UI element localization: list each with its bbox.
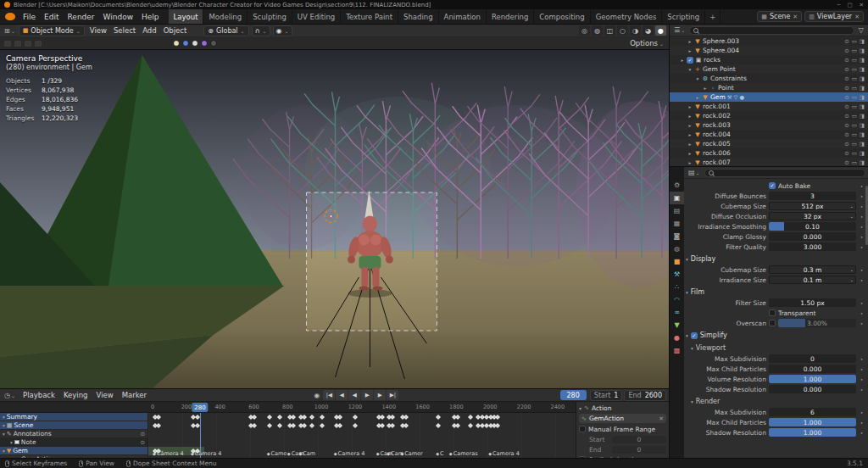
auto-keying-toggle[interactable]: ◉ xyxy=(312,392,321,399)
viewlayer-unlink-icon[interactable]: ✕ xyxy=(854,14,860,20)
disclosure-icon[interactable]: ▸ xyxy=(680,58,685,63)
properties-tab-texture[interactable]: ▩ xyxy=(670,344,684,357)
disable-in-render-icon[interactable]: ◨ xyxy=(860,38,865,45)
keyframe-diamond[interactable] xyxy=(195,423,200,428)
channel-annotations[interactable]: ▾✎Annotations⊙ xyxy=(0,430,147,438)
viewport-menu-view[interactable]: View xyxy=(86,26,110,35)
next-keyframe-button[interactable]: ▶ xyxy=(374,390,386,400)
channel-note[interactable]: ▾Note⊙ xyxy=(0,438,147,447)
shadow-resolution-field[interactable]: 0.000 xyxy=(769,385,856,393)
keyframe-dot-icon[interactable]: • xyxy=(859,366,865,372)
timeline-menu-keying[interactable]: Keying xyxy=(59,391,92,399)
jump-to-start-button[interactable]: |◀ xyxy=(323,390,335,400)
outliner-item-rocks[interactable]: ▸✓▣rocks⊙▭◨ xyxy=(670,55,868,64)
irradiance-size-field[interactable]: 0.1 m⌄ xyxy=(769,276,856,284)
properties-tab-scene[interactable]: ◙ xyxy=(670,230,684,242)
viewport-menu-select[interactable]: Select xyxy=(110,26,139,35)
properties-tab-constraints[interactable]: ∞ xyxy=(670,306,684,319)
maximize-button[interactable]: □ xyxy=(847,2,852,8)
max-child-particles-field[interactable]: 1.000 xyxy=(769,418,856,426)
keyframe-dot-icon[interactable]: • xyxy=(859,310,865,316)
disable-in-viewport-icon[interactable]: ▭ xyxy=(852,66,857,73)
transform-orientation[interactable]: ⊕ Global ⌄ xyxy=(203,25,248,36)
editor-type-icon[interactable]: ▤⌄ xyxy=(687,169,702,176)
keyframe-diamond[interactable] xyxy=(156,415,161,420)
volume-resolution-field[interactable]: 1.000 xyxy=(769,375,856,383)
keyframe-dot-icon[interactable]: • xyxy=(859,376,865,382)
cubemap-size-field[interactable]: 0.3 m⌄ xyxy=(769,265,856,274)
clamp-glossy-field[interactable]: 0.000 xyxy=(769,232,856,241)
playhead-line[interactable] xyxy=(200,413,201,458)
disable-in-render-icon[interactable]: ◨ xyxy=(860,103,865,110)
disable-in-viewport-icon[interactable]: ▭ xyxy=(852,150,857,157)
outliner-item-rock-005[interactable]: ▸▼rock.005⊙▭◨ xyxy=(670,139,868,148)
disclosure-icon[interactable]: ▸ xyxy=(687,132,693,137)
outliner-item-constraints[interactable]: ▾⚙Constraints⊙▭◨ xyxy=(670,74,868,83)
keyframe-diamond[interactable] xyxy=(252,423,257,428)
keyframe-diamond[interactable] xyxy=(468,423,473,428)
disclosure-icon[interactable]: ▾ xyxy=(3,423,5,428)
disable-in-render-icon[interactable]: ◨ xyxy=(860,47,865,54)
keyframe-dot-icon[interactable]: • xyxy=(859,193,865,199)
properties-tab-material[interactable]: ● xyxy=(670,332,684,344)
disclosure-icon[interactable]: ▸ xyxy=(687,151,693,156)
scene-selector[interactable]: ▦ Scene ✕ xyxy=(757,11,802,22)
keyframe-diamond[interactable] xyxy=(456,423,461,428)
properties-tab-object[interactable]: ■ xyxy=(670,255,684,268)
current-frame-field[interactable]: 280 xyxy=(560,390,587,400)
workspace-tab-animation[interactable]: Animation xyxy=(439,9,487,24)
channel-scene[interactable]: ▾▦Scene xyxy=(0,421,147,430)
properties-tab-physics[interactable]: ◠ xyxy=(670,293,684,306)
hide-icon[interactable]: ⊙ xyxy=(844,47,849,54)
keyframe-diamond[interactable] xyxy=(291,415,296,420)
play-reverse-button[interactable]: ◀ xyxy=(348,390,360,400)
action-end-value[interactable]: 0 xyxy=(612,446,666,454)
workspace-tab-uv-editing[interactable]: UV Editing xyxy=(292,9,341,24)
keyframe-diamond[interactable] xyxy=(353,415,359,420)
tool-color-dot[interactable] xyxy=(192,40,198,47)
keyframe-dot-icon[interactable]: • xyxy=(859,267,865,273)
hide-icon[interactable]: ⊙ xyxy=(844,85,849,92)
keyframe-diamond[interactable] xyxy=(309,415,314,420)
keyframe-diamond[interactable] xyxy=(309,423,314,428)
panel-viewport[interactable]: ▾Viewport xyxy=(686,343,865,354)
show-gizmo-icon[interactable]: ◎ xyxy=(579,25,590,36)
panel-film[interactable]: ▾Film xyxy=(686,287,865,298)
disclosure-icon[interactable]: ▾ xyxy=(687,67,693,72)
disclosure-icon[interactable]: ▸ xyxy=(703,86,708,91)
keyframe-diamond[interactable] xyxy=(267,415,272,420)
properties-tab-modifiers[interactable]: ⚒ xyxy=(670,268,684,281)
disable-in-viewport-icon[interactable]: ▭ xyxy=(852,131,857,138)
timeline-menu-marker[interactable]: Marker xyxy=(118,391,151,399)
irradiance-smoothing-field[interactable]: 0.10 xyxy=(769,222,856,231)
disable-in-viewport-icon[interactable]: ▭ xyxy=(852,94,857,101)
outliner-item-rock-004[interactable]: ▸▼rock.004⊙▭◨ xyxy=(670,130,868,139)
disable-in-render-icon[interactable]: ◨ xyxy=(860,113,865,120)
keyframe-dot-icon[interactable]: • xyxy=(859,244,865,250)
close-button[interactable]: ✕ xyxy=(860,2,864,8)
minimize-button[interactable]: ─ xyxy=(837,2,840,8)
disable-in-render-icon[interactable]: ◨ xyxy=(860,131,865,138)
overscan-checkbox[interactable] xyxy=(769,320,776,326)
menu-render[interactable]: Render xyxy=(64,13,99,21)
workspace-tab-scripting[interactable]: Scripting xyxy=(662,9,705,24)
shading-rendered-icon[interactable]: ● xyxy=(655,25,666,36)
keyframe-diamond[interactable] xyxy=(277,415,282,420)
keyframe-dot-icon[interactable]: • xyxy=(859,203,865,209)
viewlayer-selector[interactable]: ▥ ViewLayer ✕ xyxy=(804,11,864,22)
keyframe-dot-icon[interactable]: • xyxy=(859,420,865,426)
outliner-item-point[interactable]: ▸◦Point⊙▭◨ xyxy=(670,83,868,92)
menu-help[interactable]: Help xyxy=(137,13,164,21)
auto-bake-checkbox[interactable]: ✓ xyxy=(769,182,776,189)
disclosure-icon[interactable]: ▾ xyxy=(3,448,5,454)
menu-edit[interactable]: Edit xyxy=(40,13,63,21)
hide-icon[interactable]: ⊙ xyxy=(844,150,849,157)
workspace-tab-rendering[interactable]: Rendering xyxy=(487,9,534,24)
workspace-tab-compositing[interactable]: Compositing xyxy=(534,9,590,24)
outliner-item-gem-point[interactable]: ▾+Gem Point⊙▭◨ xyxy=(670,64,868,74)
disable-in-viewport-icon[interactable]: ▭ xyxy=(852,57,857,64)
tool-option-button[interactable] xyxy=(34,40,42,47)
play-button[interactable]: ▶ xyxy=(361,390,373,400)
properties-tab-output[interactable]: ▤ xyxy=(670,204,684,217)
hide-icon[interactable]: ⊙ xyxy=(844,75,849,82)
